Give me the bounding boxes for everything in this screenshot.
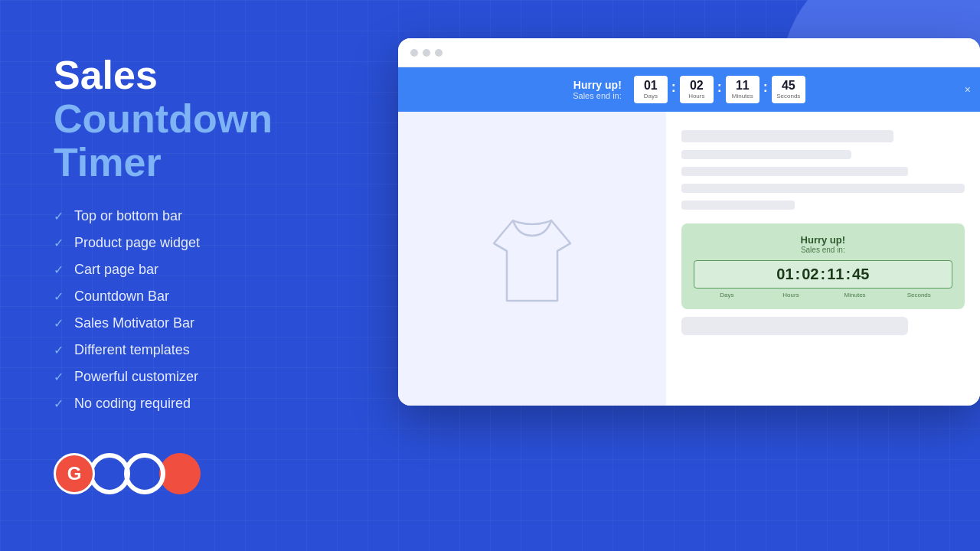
bar-countdown: 01 Days : 02 Hours : 11 Minutes : [634, 76, 805, 103]
close-button[interactable]: × [965, 83, 971, 96]
widget-sep-3: : [845, 266, 851, 283]
check-icon-1: ✓ [54, 209, 64, 223]
feature-item-5: ✓ Sales Motivator Bar [54, 315, 375, 331]
product-image-area [398, 112, 666, 406]
bar-hours-label: Hours [688, 93, 704, 99]
feature-item-2: ✓ Product page widget [54, 235, 375, 251]
widget-sales-text: Sales end in: [694, 246, 952, 254]
shirt-image [471, 197, 593, 320]
check-icon-3: ✓ [54, 262, 64, 277]
widget-days-label: Days [695, 292, 760, 298]
timer-widget: Hurry up! Sales end in: 01 : 02 : 11 : 4… [681, 223, 965, 309]
bar-days-num: 01 [644, 80, 658, 92]
widget-hours: 02 [802, 266, 818, 283]
feature-item-7: ✓ Powerful customizer [54, 369, 375, 385]
widget-seconds-label: Seconds [887, 292, 951, 298]
widget-hours-label: Hours [759, 292, 823, 298]
countdown-bar: Hurry up! Sales end in: 01 Days : 02 Hou… [398, 67, 980, 112]
bar-seconds-box: 45 Seconds [772, 76, 805, 103]
bar-minutes-label: Minutes [732, 93, 753, 99]
title-countdown: Countdown [54, 96, 273, 141]
bar-hurry-text: Hurry up! [573, 79, 622, 91]
widget-sep-2: : [820, 266, 825, 283]
browser-dots [410, 49, 443, 57]
right-panel: Hurry up! Sales end in: 01 Days : 02 Hou… [375, 38, 980, 406]
browser-dot-3 [435, 49, 443, 57]
feature-label-3: Cart page bar [74, 262, 158, 278]
placeholder-desc-3 [681, 201, 795, 210]
logo: G [54, 453, 375, 494]
bar-text: Hurry up! Sales end in: [573, 79, 622, 100]
feature-label-1: Top or bottom bar [74, 208, 182, 224]
widget-seconds: 45 [852, 266, 869, 283]
bar-minutes-num: 11 [736, 80, 750, 92]
bar-days-label: Days [644, 93, 658, 99]
feature-item-4: ✓ Countdown Bar [54, 289, 375, 305]
placeholder-price [681, 150, 851, 159]
browser-chrome [398, 38, 980, 67]
feature-item-3: ✓ Cart page bar [54, 262, 375, 278]
bar-sep-2: : [717, 80, 722, 100]
placeholder-btn [681, 317, 908, 335]
features-list: ✓ Top or bottom bar ✓ Product page widge… [54, 208, 375, 422]
bar-sep-1: : [671, 80, 676, 100]
feature-item-8: ✓ No coding required [54, 396, 375, 412]
product-details-area: Hurry up! Sales end in: 01 : 02 : 11 : 4… [666, 112, 980, 406]
widget-minutes-label: Minutes [823, 292, 887, 298]
browser-window: Hurry up! Sales end in: 01 Days : 02 Hou… [398, 38, 980, 406]
bar-minutes-box: 11 Minutes [726, 76, 760, 103]
bar-sep-3: : [763, 80, 768, 100]
logo-g: G [54, 453, 95, 494]
check-icon-8: ✓ [54, 396, 64, 411]
logo-circle-2 [124, 453, 165, 494]
browser-dot-1 [410, 49, 418, 57]
widget-countdown: 01 : 02 : 11 : 45 [694, 260, 952, 289]
browser-dot-2 [423, 49, 430, 57]
browser-content: Hurry up! Sales end in: 01 : 02 : 11 : 4… [398, 112, 980, 406]
check-icon-2: ✓ [54, 236, 64, 250]
widget-labels: Days Hours Minutes Seconds [694, 292, 952, 298]
widget-minutes: 11 [827, 266, 844, 283]
feature-item-1: ✓ Top or bottom bar [54, 208, 375, 224]
feature-label-6: Different templates [74, 342, 190, 358]
feature-label-2: Product page widget [74, 235, 200, 251]
check-icon-6: ✓ [54, 343, 64, 357]
widget-days: 01 [776, 266, 793, 283]
feature-item-6: ✓ Different templates [54, 342, 375, 358]
bar-days-box: 01 Days [634, 76, 668, 103]
widget-hurry-text: Hurry up! [694, 234, 952, 246]
logo-circle-1 [89, 453, 130, 494]
placeholder-desc-1 [681, 167, 908, 176]
feature-label-4: Countdown Bar [74, 289, 169, 305]
check-icon-4: ✓ [54, 289, 64, 304]
bar-sales-text: Sales end in: [573, 91, 622, 100]
feature-label-5: Sales Motivator Bar [74, 315, 194, 331]
feature-label-8: No coding required [74, 396, 191, 412]
check-icon-5: ✓ [54, 316, 64, 331]
left-panel: Sales Countdown Timer ✓ Top or bottom ba… [54, 38, 375, 494]
placeholder-title [681, 130, 894, 142]
bar-hours-box: 02 Hours [680, 76, 714, 103]
feature-label-7: Powerful customizer [74, 369, 198, 385]
check-icon-7: ✓ [54, 370, 64, 384]
placeholder-desc-2 [681, 184, 965, 193]
bar-seconds-label: Seconds [776, 93, 800, 99]
page-title: Sales Countdown Timer [54, 54, 375, 185]
bar-seconds-num: 45 [782, 80, 795, 92]
widget-sep-1: : [795, 266, 801, 283]
logo-circle-3 [159, 453, 201, 494]
main-content: Sales Countdown Timer ✓ Top or bottom ba… [0, 0, 980, 551]
title-sales: Sales [54, 53, 158, 97]
bar-hours-num: 02 [690, 80, 704, 92]
title-timer: Timer [54, 140, 162, 184]
